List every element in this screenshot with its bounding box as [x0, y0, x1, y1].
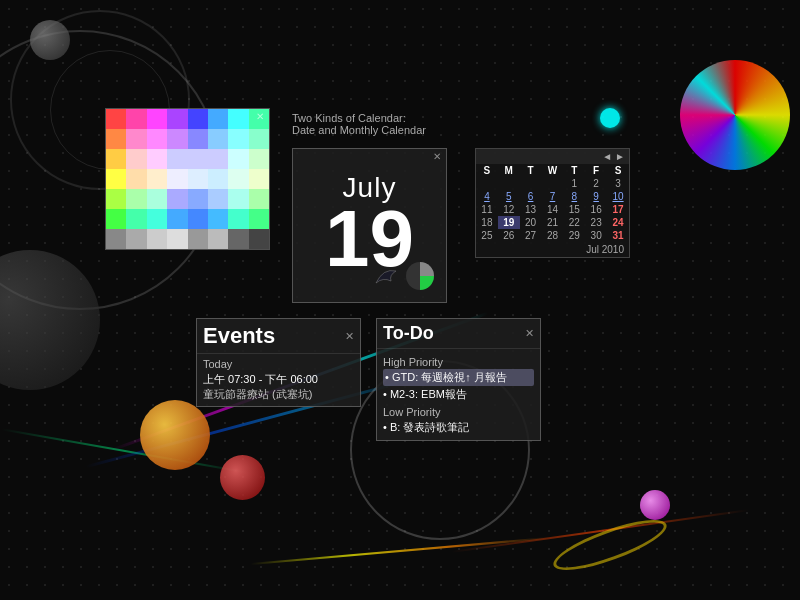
cal-day-cell[interactable]: 1	[563, 177, 585, 190]
cal-day-cell[interactable]: 19	[498, 216, 520, 229]
color-swatch[interactable]	[106, 189, 126, 209]
cal-day-cell[interactable]: 11	[476, 203, 498, 216]
todo-close[interactable]: ✕	[525, 327, 534, 340]
color-swatch[interactable]	[147, 109, 167, 129]
color-swatch[interactable]	[188, 189, 208, 209]
color-swatch[interactable]	[188, 129, 208, 149]
color-swatch[interactable]	[208, 209, 228, 229]
color-swatch[interactable]	[147, 149, 167, 169]
cal-day-cell[interactable]: 4	[476, 190, 498, 203]
cal-day-cell[interactable]: 25	[476, 229, 498, 242]
color-swatch[interactable]	[126, 189, 146, 209]
color-swatch[interactable]	[126, 129, 146, 149]
cal-day-cell[interactable]: 31	[607, 229, 629, 242]
color-swatch[interactable]	[208, 169, 228, 189]
cal-day-cell[interactable]: 9	[585, 190, 607, 203]
color-swatch[interactable]	[249, 129, 269, 149]
cal-day-cell[interactable]: 18	[476, 216, 498, 229]
calendar-grid: SMTWTFS 12345678910111213141516171819202…	[476, 164, 629, 242]
color-swatch[interactable]	[106, 209, 126, 229]
events-body: Today 上午 07:30 - 下午 06:00 童玩節器療站 (武塞坑)	[197, 354, 360, 406]
cal-day-cell[interactable]: 22	[563, 216, 585, 229]
cal-day-cell[interactable]: 21	[542, 216, 564, 229]
bg-widget-close[interactable]: ✕	[254, 111, 266, 123]
cal-day-cell[interactable]: 24	[607, 216, 629, 229]
cal-day-cell[interactable]: 17	[607, 203, 629, 216]
color-swatch[interactable]	[167, 209, 187, 229]
color-swatch[interactable]	[188, 209, 208, 229]
color-swatch[interactable]	[167, 169, 187, 189]
cal-day-cell[interactable]: 13	[520, 203, 542, 216]
color-swatch[interactable]	[208, 129, 228, 149]
color-swatch[interactable]	[208, 109, 228, 129]
events-close[interactable]: ✕	[345, 330, 354, 343]
color-swatch[interactable]	[228, 129, 248, 149]
cal-day-cell[interactable]: 6	[520, 190, 542, 203]
color-swatch[interactable]	[228, 229, 248, 249]
color-swatch[interactable]	[126, 109, 146, 129]
cal-day-cell[interactable]: 2	[585, 177, 607, 190]
color-swatch[interactable]	[147, 169, 167, 189]
high-priority-label: High Priority	[383, 356, 534, 368]
color-swatch[interactable]	[249, 229, 269, 249]
color-swatch[interactable]	[249, 209, 269, 229]
color-swatch[interactable]	[249, 149, 269, 169]
color-swatch[interactable]	[167, 229, 187, 249]
color-swatch[interactable]	[188, 229, 208, 249]
cal-day-header: S	[476, 164, 498, 177]
cal-day-cell[interactable]: 14	[542, 203, 564, 216]
color-swatch[interactable]	[147, 229, 167, 249]
cal-day-cell[interactable]: 12	[498, 203, 520, 216]
color-swatch[interactable]	[167, 109, 187, 129]
color-swatch[interactable]	[126, 209, 146, 229]
color-swatch[interactable]	[208, 229, 228, 249]
cal-day-cell[interactable]: 29	[563, 229, 585, 242]
color-swatch[interactable]	[249, 189, 269, 209]
color-swatch[interactable]	[208, 189, 228, 209]
date-widget-close[interactable]: ✕	[431, 151, 443, 163]
color-swatch[interactable]	[106, 169, 126, 189]
color-swatch[interactable]	[167, 149, 187, 169]
color-swatch[interactable]	[106, 149, 126, 169]
color-swatch[interactable]	[126, 229, 146, 249]
color-swatch[interactable]	[249, 169, 269, 189]
cal-day-header: T	[520, 164, 542, 177]
cal-day-cell[interactable]: 3	[607, 177, 629, 190]
cal-day-cell[interactable]: 16	[585, 203, 607, 216]
sphere-small	[30, 20, 70, 60]
cal-day-cell[interactable]: 5	[498, 190, 520, 203]
color-swatch[interactable]	[228, 209, 248, 229]
color-swatch[interactable]	[188, 109, 208, 129]
cal-day-cell[interactable]: 15	[563, 203, 585, 216]
color-swatch[interactable]	[167, 189, 187, 209]
color-swatch[interactable]	[147, 129, 167, 149]
cal-day-cell[interactable]: 27	[520, 229, 542, 242]
cal-day-cell[interactable]: 26	[498, 229, 520, 242]
cal-day-cell[interactable]: 8	[563, 190, 585, 203]
color-swatch[interactable]	[228, 149, 248, 169]
color-swatch[interactable]	[126, 149, 146, 169]
color-swatch[interactable]	[167, 129, 187, 149]
cal-day-cell[interactable]: 23	[585, 216, 607, 229]
color-swatch[interactable]	[228, 189, 248, 209]
color-swatch[interactable]	[188, 169, 208, 189]
color-swatch[interactable]	[147, 189, 167, 209]
color-swatch[interactable]	[228, 169, 248, 189]
color-swatch[interactable]	[147, 209, 167, 229]
color-swatch[interactable]	[106, 109, 126, 129]
calendar-prev[interactable]: ◄	[602, 151, 612, 162]
color-swatch[interactable]	[106, 129, 126, 149]
cal-day-cell[interactable]: 30	[585, 229, 607, 242]
color-swatch[interactable]	[188, 149, 208, 169]
color-swatch[interactable]	[208, 149, 228, 169]
todo-high-item: • GTD: 每週檢視↑ 月報告	[383, 369, 534, 386]
cal-day-cell[interactable]: 28	[542, 229, 564, 242]
cal-day-cell[interactable]: 7	[542, 190, 564, 203]
calendar-next[interactable]: ►	[615, 151, 625, 162]
color-swatch[interactable]	[106, 229, 126, 249]
color-swatch[interactable]	[126, 169, 146, 189]
color-swatch[interactable]	[228, 109, 248, 129]
cal-day-cell[interactable]: 20	[520, 216, 542, 229]
cal-day-cell[interactable]: 10	[607, 190, 629, 203]
cal-day-cell	[498, 177, 520, 190]
